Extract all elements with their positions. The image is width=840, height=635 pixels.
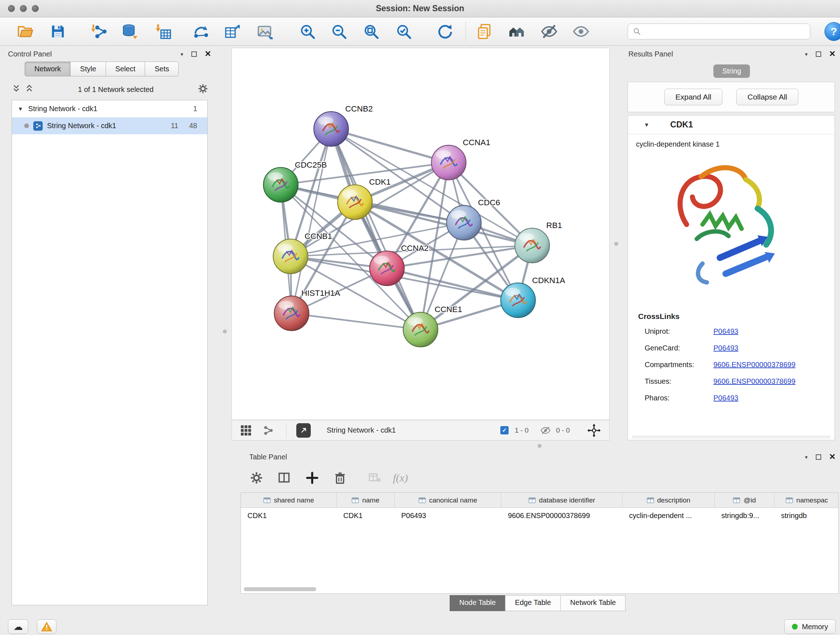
tab-sets[interactable]: Sets bbox=[145, 62, 179, 76]
open-session-button[interactable] bbox=[16, 22, 35, 41]
show-button[interactable] bbox=[572, 22, 591, 41]
float-panel-icon[interactable] bbox=[816, 51, 821, 57]
close-panel-icon[interactable]: ✕ bbox=[829, 50, 836, 58]
tab-network-table[interactable]: Network Table bbox=[561, 595, 625, 611]
network-row-selected[interactable]: String Network - cdk1 11 48 bbox=[12, 117, 207, 134]
node-CDC25B[interactable] bbox=[264, 168, 298, 203]
collapse-all-groups-icon[interactable] bbox=[25, 84, 34, 95]
add-column-icon[interactable] bbox=[303, 469, 322, 487]
crosslink-value-link[interactable]: P06493 bbox=[714, 327, 738, 336]
hidden-eye-icon[interactable] bbox=[540, 420, 551, 440]
node-HIST1H1A[interactable] bbox=[274, 296, 309, 331]
selected-counts: 1 - 0 bbox=[515, 420, 529, 440]
column-header-shared-name[interactable]: shared name bbox=[241, 493, 337, 508]
node-label-HIST1H1A: HIST1H1A bbox=[302, 288, 340, 298]
pan-tool-icon[interactable] bbox=[587, 420, 601, 440]
save-session-button[interactable] bbox=[49, 22, 67, 41]
collection-expander-icon[interactable]: ▼ bbox=[18, 106, 23, 112]
zoom-fit-button[interactable] bbox=[362, 22, 381, 41]
search-input[interactable] bbox=[628, 24, 810, 40]
close-panel-icon[interactable]: ✕ bbox=[829, 453, 836, 461]
tab-select[interactable]: Select bbox=[106, 62, 145, 76]
refresh-button[interactable] bbox=[435, 22, 454, 41]
copy-document-button[interactable] bbox=[475, 22, 494, 41]
node-CCNB1[interactable] bbox=[273, 239, 308, 274]
zoom-selected-button[interactable] bbox=[394, 22, 413, 41]
import-network-button[interactable] bbox=[90, 22, 109, 41]
panel-menu-icon[interactable]: ▾ bbox=[180, 51, 183, 57]
edge-CCNB2-CCNE1[interactable] bbox=[331, 129, 420, 329]
table-cell: CDK1 bbox=[337, 511, 395, 520]
import-network-icon bbox=[90, 23, 108, 40]
node-RB1[interactable] bbox=[515, 228, 549, 263]
crosslink-value-link[interactable]: 9606.ENSP00000378699 bbox=[714, 377, 796, 386]
import-table-button[interactable] bbox=[154, 22, 172, 41]
home-button[interactable] bbox=[508, 22, 526, 41]
crosslink-value-link[interactable]: 9606.ENSP00000378699 bbox=[714, 361, 796, 369]
splitter-handle[interactable] bbox=[223, 329, 227, 333]
column-header-namespac[interactable]: namespac bbox=[775, 493, 838, 508]
node-CCNE1[interactable] bbox=[403, 312, 438, 347]
export-image-button[interactable] bbox=[256, 22, 275, 41]
zoom-in-button[interactable] bbox=[298, 22, 317, 41]
crosslink-value-link[interactable]: P06493 bbox=[714, 394, 738, 402]
network-graph[interactable]: CCNB2CCNA1CDC25BCDK1CDC6RB1CCNB1CCNA2CDK… bbox=[232, 48, 609, 420]
birdseye-toggle-icon[interactable] bbox=[240, 420, 252, 440]
column-header-canonical-name[interactable]: canonical name bbox=[395, 493, 501, 508]
panel-menu-icon[interactable]: ▾ bbox=[805, 454, 808, 460]
edge-CCNB2-CCNA1[interactable] bbox=[331, 129, 448, 163]
splitter-handle[interactable] bbox=[538, 444, 542, 448]
tab-node-table[interactable]: Node Table bbox=[450, 595, 506, 611]
float-panel-icon[interactable] bbox=[816, 454, 821, 460]
table-settings-gear-icon[interactable] bbox=[247, 469, 266, 487]
tab-style[interactable]: Style bbox=[71, 62, 106, 76]
column-header-id[interactable]: @id bbox=[715, 493, 775, 508]
node-CDK1[interactable] bbox=[338, 185, 372, 219]
column-header-name[interactable]: name bbox=[337, 493, 395, 508]
tab-network[interactable]: Network bbox=[25, 62, 71, 76]
expand-all-button[interactable]: Expand All bbox=[664, 89, 722, 105]
horizontal-scrollbar[interactable] bbox=[244, 587, 316, 591]
node-CCNA2[interactable] bbox=[370, 251, 404, 286]
export-view-button[interactable] bbox=[296, 420, 311, 440]
tab-edge-table[interactable]: Edge Table bbox=[505, 595, 561, 611]
memory-button[interactable]: Memory bbox=[784, 619, 836, 634]
splitter-handle[interactable] bbox=[614, 242, 618, 246]
zoom-out-button[interactable] bbox=[330, 22, 348, 41]
network-collection-row[interactable]: ▼ String Network - cdk1 1 bbox=[12, 100, 207, 117]
edge-CCNB2-HIST1H1A[interactable] bbox=[292, 129, 331, 313]
close-panel-icon[interactable]: ✕ bbox=[205, 50, 211, 58]
delete-column-trash-icon[interactable] bbox=[331, 469, 349, 487]
help-button[interactable]: ? bbox=[824, 22, 840, 41]
gene-expander-icon[interactable]: ▼ bbox=[644, 122, 649, 128]
column-header-database-identifier[interactable]: database identifier bbox=[501, 493, 622, 508]
export-table-button[interactable] bbox=[223, 22, 242, 41]
function-builder-icon[interactable]: f(x) bbox=[386, 469, 415, 487]
hide-button[interactable] bbox=[540, 22, 559, 41]
node-CDKN1A[interactable] bbox=[501, 283, 535, 318]
gear-icon[interactable] bbox=[197, 83, 208, 96]
import-network-from-database-button[interactable] bbox=[120, 22, 139, 41]
expand-all-groups-icon[interactable] bbox=[11, 84, 21, 95]
string-tab-badge[interactable]: String bbox=[714, 65, 750, 78]
network-share-icon[interactable] bbox=[262, 420, 274, 440]
edge-HIST1H1A-CCNE1[interactable] bbox=[292, 313, 420, 329]
show-columns-icon[interactable] bbox=[275, 469, 294, 487]
panel-menu-icon[interactable]: ▾ bbox=[805, 51, 808, 57]
table-row[interactable]: CDK1CDK1P064939606.ENSP00000378699cyclin… bbox=[241, 508, 838, 523]
delete-table-icon-disabled[interactable] bbox=[365, 469, 384, 487]
node-CCNB2[interactable] bbox=[314, 111, 348, 146]
crosslink-value-link[interactable]: P06493 bbox=[714, 344, 738, 352]
selected-checkbox-icon[interactable]: ✓ bbox=[500, 420, 508, 440]
float-panel-icon[interactable] bbox=[191, 51, 197, 57]
node-CDC6[interactable] bbox=[447, 205, 481, 240]
warnings-button[interactable] bbox=[37, 619, 57, 634]
network-tools-button[interactable] bbox=[192, 22, 210, 41]
network-canvas[interactable]: CCNB2CCNA1CDC25BCDK1CDC6RB1CCNB1CCNA2CDK… bbox=[232, 48, 609, 420]
collapse-all-button[interactable]: Collapse All bbox=[736, 89, 798, 105]
node-CCNA1[interactable] bbox=[431, 145, 466, 180]
gene-section-header[interactable]: ▼ CDK1 bbox=[628, 116, 835, 134]
results-scrollbar[interactable] bbox=[632, 435, 831, 439]
column-header-description[interactable]: description bbox=[622, 493, 715, 508]
cloud-button[interactable]: ☁ bbox=[8, 619, 28, 634]
